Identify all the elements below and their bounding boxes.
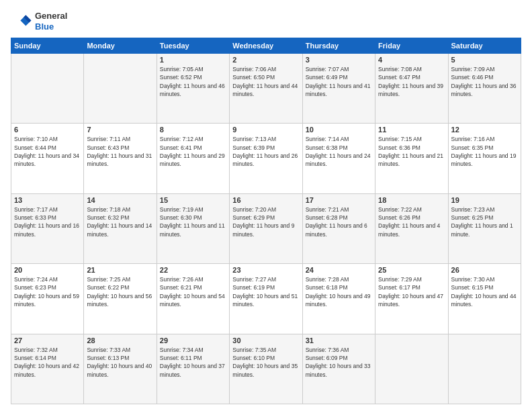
day-info: Sunrise: 7:29 AMSunset: 6:17 PMDaylight:…	[378, 275, 445, 308]
day-number: 11	[378, 126, 445, 134]
day-info: Sunrise: 7:34 AMSunset: 6:11 PMDaylight:…	[160, 346, 226, 379]
calendar-cell: 14Sunrise: 7:18 AMSunset: 6:32 PMDayligh…	[84, 193, 157, 263]
day-info: Sunrise: 7:09 AMSunset: 6:46 PMDaylight:…	[451, 65, 518, 98]
calendar-cell: 30Sunrise: 7:35 AMSunset: 6:10 PMDayligh…	[230, 334, 302, 404]
day-info: Sunrise: 7:23 AMSunset: 6:25 PMDaylight:…	[451, 205, 518, 238]
day-number: 4	[378, 56, 445, 64]
logo-icon	[11, 11, 32, 32]
day-number: 6	[14, 126, 81, 134]
calendar-cell: 5Sunrise: 7:09 AMSunset: 6:46 PMDaylight…	[448, 54, 521, 124]
day-info: Sunrise: 7:28 AMSunset: 6:18 PMDaylight:…	[306, 275, 372, 308]
day-info: Sunrise: 7:12 AMSunset: 6:41 PMDaylight:…	[160, 135, 226, 168]
day-number: 20	[14, 266, 81, 274]
day-number: 14	[87, 196, 153, 204]
day-number: 2	[232, 56, 299, 64]
calendar-cell: 7Sunrise: 7:11 AMSunset: 6:43 PMDaylight…	[84, 124, 157, 193]
weekday-header-thursday: Thursday	[302, 38, 375, 54]
day-number: 10	[306, 126, 372, 134]
day-info: Sunrise: 7:36 AMSunset: 6:09 PMDaylight:…	[306, 346, 372, 379]
day-number: 27	[14, 336, 81, 345]
day-info: Sunrise: 7:13 AMSunset: 6:39 PMDaylight:…	[232, 135, 299, 168]
week-row-4: 20Sunrise: 7:24 AMSunset: 6:23 PMDayligh…	[11, 264, 521, 334]
calendar-cell: 3Sunrise: 7:07 AMSunset: 6:49 PMDaylight…	[302, 54, 375, 124]
calendar-cell: 1Sunrise: 7:05 AMSunset: 6:52 PMDaylight…	[157, 54, 229, 124]
calendar-cell: 22Sunrise: 7:26 AMSunset: 6:21 PMDayligh…	[157, 264, 229, 334]
calendar-cell: 18Sunrise: 7:22 AMSunset: 6:26 PMDayligh…	[375, 193, 448, 263]
calendar-cell: 28Sunrise: 7:33 AMSunset: 6:13 PMDayligh…	[84, 334, 157, 404]
week-row-2: 6Sunrise: 7:10 AMSunset: 6:44 PMDaylight…	[11, 124, 521, 193]
day-number: 5	[451, 56, 518, 64]
weekday-header-row: SundayMondayTuesdayWednesdayThursdayFrid…	[11, 38, 521, 54]
day-info: Sunrise: 7:08 AMSunset: 6:47 PMDaylight:…	[378, 65, 445, 98]
day-info: Sunrise: 7:35 AMSunset: 6:10 PMDaylight:…	[232, 346, 299, 379]
day-number: 7	[87, 126, 153, 134]
day-number: 22	[160, 266, 226, 274]
week-row-3: 13Sunrise: 7:17 AMSunset: 6:33 PMDayligh…	[11, 193, 521, 263]
day-number: 25	[378, 266, 445, 274]
day-info: Sunrise: 7:25 AMSunset: 6:22 PMDaylight:…	[87, 275, 153, 308]
logo: General Blue	[11, 11, 67, 32]
day-info: Sunrise: 7:06 AMSunset: 6:50 PMDaylight:…	[232, 65, 299, 98]
calendar-cell: 17Sunrise: 7:21 AMSunset: 6:28 PMDayligh…	[302, 193, 375, 263]
calendar-cell	[11, 54, 84, 124]
day-info: Sunrise: 7:33 AMSunset: 6:13 PMDaylight:…	[87, 346, 153, 379]
calendar-cell	[84, 54, 157, 124]
calendar-cell: 11Sunrise: 7:15 AMSunset: 6:36 PMDayligh…	[375, 124, 448, 193]
calendar-cell: 27Sunrise: 7:32 AMSunset: 6:14 PMDayligh…	[11, 334, 84, 404]
calendar-cell: 2Sunrise: 7:06 AMSunset: 6:50 PMDaylight…	[230, 54, 302, 124]
weekday-header-monday: Monday	[84, 38, 157, 54]
page: General Blue SundayMondayTuesdayWednesda…	[0, 0, 532, 411]
calendar-cell: 20Sunrise: 7:24 AMSunset: 6:23 PMDayligh…	[11, 264, 84, 334]
calendar-cell: 23Sunrise: 7:27 AMSunset: 6:19 PMDayligh…	[230, 264, 302, 334]
day-number: 18	[378, 196, 445, 204]
logo-text: General Blue	[35, 11, 67, 32]
calendar-cell	[448, 334, 521, 404]
day-number: 13	[14, 196, 81, 204]
day-number: 19	[451, 196, 518, 204]
calendar-cell: 16Sunrise: 7:20 AMSunset: 6:29 PMDayligh…	[230, 193, 302, 263]
weekday-header-friday: Friday	[375, 38, 448, 54]
day-info: Sunrise: 7:30 AMSunset: 6:15 PMDaylight:…	[451, 275, 518, 308]
day-info: Sunrise: 7:10 AMSunset: 6:44 PMDaylight:…	[14, 135, 81, 168]
day-number: 8	[160, 126, 226, 134]
day-info: Sunrise: 7:14 AMSunset: 6:38 PMDaylight:…	[306, 135, 372, 168]
week-row-5: 27Sunrise: 7:32 AMSunset: 6:14 PMDayligh…	[11, 334, 521, 404]
day-info: Sunrise: 7:22 AMSunset: 6:26 PMDaylight:…	[378, 205, 445, 238]
day-number: 28	[87, 336, 153, 345]
calendar-cell	[375, 334, 448, 404]
day-info: Sunrise: 7:07 AMSunset: 6:49 PMDaylight:…	[306, 65, 372, 98]
day-info: Sunrise: 7:05 AMSunset: 6:52 PMDaylight:…	[160, 65, 226, 98]
day-number: 9	[232, 126, 299, 134]
weekday-header-sunday: Sunday	[11, 38, 84, 54]
day-number: 16	[232, 196, 299, 204]
day-number: 26	[451, 266, 518, 274]
day-info: Sunrise: 7:17 AMSunset: 6:33 PMDaylight:…	[14, 205, 81, 238]
week-row-1: 1Sunrise: 7:05 AMSunset: 6:52 PMDaylight…	[11, 54, 521, 124]
calendar-cell: 8Sunrise: 7:12 AMSunset: 6:41 PMDaylight…	[157, 124, 229, 193]
day-number: 3	[306, 56, 372, 64]
day-number: 1	[160, 56, 226, 64]
day-number: 24	[306, 266, 372, 274]
calendar-cell: 9Sunrise: 7:13 AMSunset: 6:39 PMDaylight…	[230, 124, 302, 193]
day-number: 21	[87, 266, 153, 274]
header: General Blue	[11, 11, 521, 32]
day-number: 23	[232, 266, 299, 274]
day-info: Sunrise: 7:18 AMSunset: 6:32 PMDaylight:…	[87, 205, 153, 238]
calendar-table: SundayMondayTuesdayWednesdayThursdayFrid…	[11, 38, 521, 404]
day-number: 17	[306, 196, 372, 204]
day-number: 12	[451, 126, 518, 134]
day-number: 31	[306, 336, 372, 345]
calendar-cell: 29Sunrise: 7:34 AMSunset: 6:11 PMDayligh…	[157, 334, 229, 404]
calendar-cell: 15Sunrise: 7:19 AMSunset: 6:30 PMDayligh…	[157, 193, 229, 263]
calendar-cell: 25Sunrise: 7:29 AMSunset: 6:17 PMDayligh…	[375, 264, 448, 334]
day-info: Sunrise: 7:15 AMSunset: 6:36 PMDaylight:…	[378, 135, 445, 168]
day-info: Sunrise: 7:26 AMSunset: 6:21 PMDaylight:…	[160, 275, 226, 308]
weekday-header-wednesday: Wednesday	[230, 38, 302, 54]
day-info: Sunrise: 7:19 AMSunset: 6:30 PMDaylight:…	[160, 205, 226, 238]
calendar-cell: 26Sunrise: 7:30 AMSunset: 6:15 PMDayligh…	[448, 264, 521, 334]
day-info: Sunrise: 7:24 AMSunset: 6:23 PMDaylight:…	[14, 275, 81, 308]
day-info: Sunrise: 7:20 AMSunset: 6:29 PMDaylight:…	[232, 205, 299, 238]
day-info: Sunrise: 7:27 AMSunset: 6:19 PMDaylight:…	[232, 275, 299, 308]
day-number: 15	[160, 196, 226, 204]
day-number: 30	[232, 336, 299, 345]
